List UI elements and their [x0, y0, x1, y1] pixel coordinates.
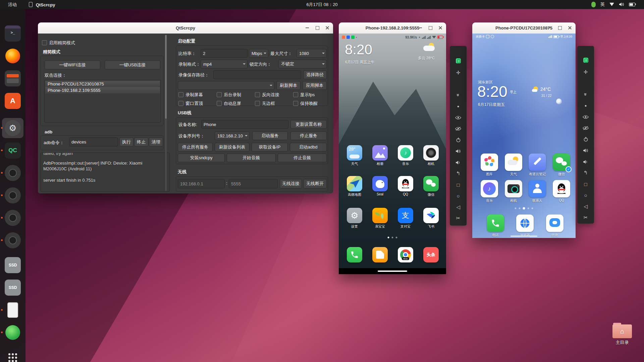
app-wechat2[interactable]: ✓ 微信 — [553, 154, 570, 177]
wireless-connect-button[interactable]: 无线连接 — [280, 179, 302, 188]
screen-on-icon[interactable] — [450, 113, 467, 122]
adb-command-input[interactable]: devices — [69, 137, 118, 146]
stop-service-button[interactable]: 停止服务 — [290, 131, 327, 140]
maximize-button[interactable] — [427, 25, 433, 31]
tablet-device-icon[interactable] — [5, 302, 21, 318]
start-adbd-button[interactable]: 启动adbd — [290, 143, 327, 152]
phone2-screen[interactable]: 未插卡 早上8:20 湖东新区 8:20 早上 24°C — [472, 34, 576, 238]
device-list-item[interactable]: Phone-P7CDU17C23010875 — [45, 81, 160, 87]
expand-notification-icon[interactable]: » — [450, 90, 467, 99]
minimize-button[interactable] — [304, 25, 310, 31]
screenshot-icon[interactable]: ● — [577, 101, 594, 110]
serial-combo[interactable]: 192.168.2.10 — [215, 131, 250, 140]
app-alipay[interactable]: 支 支付宝 — [398, 208, 413, 229]
record-screen-checkbox[interactable] — [178, 92, 183, 97]
qtscrcpy-titlebar[interactable]: QtScrcpy — [38, 22, 333, 34]
volume-icon[interactable] — [619, 2, 624, 7]
start-service-button[interactable]: 启动服务 — [252, 131, 288, 140]
app-contacts[interactable]: 联系人 — [529, 180, 546, 203]
bitrate-input[interactable]: 2 — [201, 49, 248, 58]
close-button[interactable] — [437, 25, 443, 31]
app-weather2[interactable]: 天气 — [505, 154, 522, 177]
app-qinbaobao[interactable]: 亲宝宝 — [372, 208, 388, 229]
dock-gallery-app[interactable] — [372, 247, 388, 262]
home-folder[interactable]: ⌂ 主目录 — [610, 323, 634, 346]
close-button[interactable] — [324, 25, 330, 31]
adb-log-output[interactable]: failed, try again AdbProcessImpl::out:[s… — [40, 153, 170, 192]
one-key-usb-button[interactable]: 一键USB连接 — [105, 60, 160, 69]
minimize-button[interactable] — [417, 25, 423, 31]
screen-on-icon[interactable] — [577, 113, 594, 121]
max-size-combo[interactable]: 1080 — [297, 49, 327, 58]
update-name-button[interactable]: 更新设置名称 — [290, 120, 327, 129]
wireless-port-input[interactable]: 5555 — [229, 179, 278, 188]
dock-phone-app[interactable] — [347, 247, 362, 262]
app-camera2[interactable]: 相机 — [505, 180, 522, 203]
dock-chrome-app[interactable]: Beta — [398, 247, 413, 262]
reverse-connect-checkbox[interactable] — [255, 92, 260, 97]
clipboard-icon[interactable]: ✂ — [577, 213, 594, 222]
app-youdao-note[interactable]: 有道云笔记 — [529, 154, 546, 177]
rotate-screen-icon[interactable]: ↰ — [450, 169, 467, 178]
screen-off-icon[interactable] — [450, 124, 467, 133]
wireless-disconnect-button[interactable]: 无线断开 — [303, 179, 327, 188]
fullscreen-icon[interactable]: ✛ — [577, 68, 594, 76]
simple-mode-checkbox[interactable] — [42, 40, 47, 45]
firefox-icon[interactable] — [5, 48, 21, 64]
left-pane-scrollbar[interactable] — [165, 35, 167, 191]
ssd-drive-icon[interactable]: SSD — [5, 257, 21, 273]
device-list[interactable]: Phone-P7CDU17C23010875 Phone-192.168.2.1… — [44, 80, 161, 123]
wireless-ip-input[interactable]: 192.168.0.1 — [178, 179, 225, 188]
app-menu[interactable]: QtScrcpy — [29, 2, 55, 7]
activities-button[interactable]: 活动 — [8, 2, 17, 8]
dock-toutiao-app[interactable]: 头条 — [423, 247, 439, 262]
app-qq[interactable]: QQ — [398, 176, 413, 196]
always-on-top-checkbox[interactable] — [178, 101, 183, 106]
clock-menu[interactable]: 6月17日 08：20 — [306, 2, 337, 8]
auto-screen-off-checkbox[interactable] — [217, 101, 222, 106]
qtscrcpy-logo-icon[interactable] — [577, 56, 594, 64]
power-icon[interactable] — [577, 135, 594, 143]
one-key-wifi-button[interactable]: 一键WIFI连接 — [45, 60, 100, 69]
home-indicator[interactable] — [511, 236, 537, 237]
expand-notification-icon[interactable]: » — [577, 90, 594, 99]
qtscrcpy-dock-icon[interactable]: QC — [5, 142, 21, 159]
app-gallery[interactable]: 相册 — [372, 145, 388, 166]
get-device-ip-button[interactable]: 获取设备IP — [252, 143, 288, 152]
script-combo[interactable] — [178, 81, 274, 90]
home-icon[interactable]: ○ — [450, 191, 467, 200]
mirror-instance-icon[interactable] — [5, 187, 21, 203]
record-path-input[interactable] — [213, 70, 301, 79]
record-format-combo[interactable]: mp4 — [201, 60, 248, 68]
adb-clear-button[interactable]: 清理 — [149, 137, 163, 146]
dock-phone-app[interactable]: 电话 — [487, 215, 504, 238]
wifi-icon[interactable] — [609, 3, 614, 6]
app-qq2[interactable]: QQ — [553, 180, 570, 202]
home-indicator[interactable] — [378, 270, 407, 272]
assistant-ball-icon[interactable] — [556, 99, 562, 104]
power-icon[interactable] — [450, 135, 467, 144]
install-sndcpy-button[interactable]: 安装sndcpy — [178, 154, 225, 162]
maximize-button[interactable] — [314, 25, 320, 31]
app-feishu[interactable]: 飞书 — [423, 208, 439, 229]
maximize-button[interactable] — [557, 25, 563, 31]
show-fps-checkbox[interactable] — [293, 92, 298, 97]
fullscreen-icon[interactable]: ✛ — [450, 68, 467, 77]
app-amap[interactable]: 高德地图 — [347, 176, 362, 197]
device-list-item[interactable]: Phone-192.168.2.109:5555 — [45, 87, 160, 94]
app-music[interactable]: ♪ 音乐 — [398, 145, 413, 166]
volume-up-icon[interactable] — [450, 147, 467, 156]
refresh-script-button[interactable]: 刷新脚本 — [276, 81, 301, 90]
phone1-titlebar[interactable]: Phone-192.168.2.109:5555 — [339, 22, 446, 34]
lock-orientation-combo[interactable]: 不锁定 — [278, 60, 327, 68]
volume-down-icon[interactable] — [577, 158, 594, 166]
media-player-icon[interactable] — [5, 324, 21, 341]
app-settings[interactable]: ⚙ 设置 — [347, 208, 362, 229]
app-weather[interactable]: 28° 天气 — [347, 145, 362, 166]
dock-browser-app[interactable]: 浏览器 — [516, 215, 534, 238]
app-seal[interactable]: Seal — [372, 176, 388, 196]
phone1-screen[interactable]: 93.9K/s ✦ 8:20 6月17日 周五上午 多云 28°C 28° — [339, 34, 446, 274]
rotate-screen-icon[interactable]: ↰ — [577, 168, 594, 177]
dock-messages-app[interactable]: 信息 — [546, 215, 564, 238]
ubuntu-software-icon[interactable]: A — [5, 93, 21, 109]
